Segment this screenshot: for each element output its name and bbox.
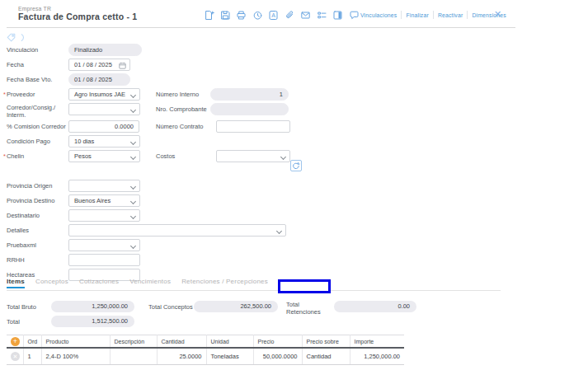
cell-producto[interactable]: 2,4-D 100% [41, 348, 110, 365]
detalles-select[interactable] [68, 224, 286, 237]
chevron-down-icon [130, 198, 136, 204]
page-title: Factura de Compra cetto - 1 [18, 12, 137, 21]
nro-comprobante-field [210, 103, 289, 115]
pruebaxml-label: Pruebaxml [7, 241, 36, 249]
print-icon[interactable] [236, 10, 247, 21]
fecha-base-vto-field: 01 / 08 / 2025 [68, 73, 130, 86]
proveedor-label: *Proveedor [3, 91, 35, 98]
company-name: Empresa TR [18, 6, 51, 12]
finalizar-button[interactable]: Finalizar [406, 12, 428, 18]
chevron-down-icon [130, 106, 136, 112]
col-importe: Importe [350, 335, 404, 349]
chevron-down-icon [130, 183, 136, 189]
condicion-pago-select[interactable]: 10 dias [68, 135, 140, 148]
history-icon[interactable] [252, 10, 263, 21]
vinculacion-field: Finalizado [68, 44, 142, 56]
refresh-arc-icon[interactable] [20, 33, 29, 42]
header-actions: Vinculaciones Finalizar Reactivar Dimens… [360, 11, 506, 19]
numero-interno-label: Número Interno [156, 91, 199, 98]
table-header-row: + Ord Producto Descripción Cantidad Unid… [7, 335, 404, 349]
table-row: ✕ 1 2,4-D 100% 25.0000 Toneladas 50,000.… [7, 348, 404, 365]
total-conceptos-field: 262,500.00 [194, 301, 278, 312]
provincia-destino-label: Provincia Destino [7, 197, 54, 204]
focus-highlight-rectangle [278, 279, 331, 293]
row-action-cell: ✕ [7, 348, 23, 365]
refresh-icon [292, 162, 300, 170]
col-producto: Producto [41, 335, 110, 349]
chevron-down-icon [130, 91, 136, 97]
col-descripcion: Descripción [110, 335, 157, 349]
fecha-label: Fecha [7, 61, 24, 68]
tab-retenciones-percepciones[interactable]: Retenciones / Percepciones [181, 278, 268, 288]
header-divider [7, 27, 515, 28]
total-label: Total [7, 318, 20, 326]
audit-icon[interactable]: A [268, 10, 279, 21]
pruebaxml-select[interactable] [68, 239, 140, 251]
toolbar: A [204, 10, 360, 21]
svg-text:A: A [271, 12, 275, 18]
rrhh-label: RRHH [7, 256, 25, 264]
cell-cantidad[interactable]: 25.0000 [157, 348, 206, 365]
destinatario-label: Destinatario [7, 212, 40, 219]
chevron-down-icon [130, 138, 136, 144]
email-icon[interactable] [300, 10, 311, 21]
reactivar-button[interactable]: Reactivar [438, 12, 463, 18]
chevron-down-icon [130, 153, 136, 159]
vinculaciones-button[interactable]: Vinculaciones [360, 12, 397, 18]
tab-items[interactable]: Items [7, 278, 25, 288]
new-document-icon[interactable] [204, 10, 214, 21]
tag-icon[interactable] [7, 33, 16, 42]
tab-vencimientos[interactable]: Vencimientos [129, 278, 171, 288]
cell-precio[interactable]: 50,000.0000 [253, 348, 302, 365]
cell-precio-sobre[interactable]: Cantidad [302, 348, 350, 365]
corredor-select[interactable] [68, 103, 140, 115]
numero-interno-field: 1 [210, 88, 289, 101]
divider [401, 11, 402, 19]
comision-corredor-label: % Comision Corredor [7, 123, 66, 130]
checklist-icon[interactable] [317, 10, 327, 21]
col-unidad: Unidad [206, 335, 253, 349]
fecha-input[interactable]: 01 / 08 / 2025 [68, 59, 130, 71]
close-icon[interactable]: ✕ [494, 9, 501, 20]
costos-label: Costos [156, 152, 175, 160]
total-bruto-field: 1,250,000.00 [51, 301, 134, 312]
attachment-icon[interactable] [285, 10, 295, 21]
comision-corredor-input[interactable]: 0.0000 [68, 120, 139, 133]
provincia-origen-label: Provincia Origen [7, 182, 52, 190]
cell-ord: 1 [23, 348, 41, 365]
costos-select[interactable] [216, 150, 290, 162]
tab-strip: Items Conceptos Cotizaciones Vencimiento… [7, 278, 268, 288]
numero-contrato-label: Número Contrato [156, 123, 204, 130]
add-row-icon[interactable]: + [11, 337, 20, 346]
invoice-window: Empresa TR Factura de Compra cetto - 1 A… [0, 0, 588, 370]
calendar-icon[interactable] [119, 62, 126, 71]
provincia-destino-select[interactable]: Buenos Aires [68, 194, 140, 207]
report-icon[interactable] [332, 10, 343, 21]
nro-comprobante-label: Nro. Comprobante [156, 105, 207, 113]
remove-row-icon[interactable]: ✕ [11, 352, 20, 361]
tab-cotizaciones[interactable]: Cotizaciones [79, 278, 119, 288]
rrhh-input[interactable] [68, 254, 140, 266]
comments-icon[interactable] [349, 10, 360, 21]
chelin-label: *Chelin [3, 152, 24, 160]
col-precio-sobre: Precio sobre [302, 335, 350, 349]
cell-descripcion[interactable] [110, 348, 157, 365]
tab-conceptos[interactable]: Conceptos [35, 278, 68, 288]
chelin-select[interactable]: Pesos [68, 150, 140, 162]
fecha-base-vto-label: Fecha Base Vto. [7, 76, 52, 83]
vinculacion-label: Vinculación [7, 46, 38, 54]
proveedor-select[interactable]: Agro Insumos JAE [68, 88, 140, 101]
total-conceptos-label: Total Conceptos [148, 303, 193, 311]
destinatario-select[interactable] [68, 209, 140, 222]
provincia-origen-select[interactable] [68, 180, 140, 192]
cell-importe: 1,250,000.00 [350, 348, 404, 365]
add-row-cell: + [7, 335, 23, 349]
chevron-down-icon [130, 242, 136, 248]
cell-unidad[interactable]: Toneladas [206, 348, 253, 365]
save-icon[interactable] [220, 10, 231, 21]
record-icons [7, 33, 29, 42]
refresh-button[interactable] [290, 160, 302, 171]
total-retenciones-field: 0.00 [334, 301, 416, 312]
numero-contrato-input[interactable] [216, 120, 290, 133]
total-bruto-label: Total Bruto [7, 303, 36, 311]
